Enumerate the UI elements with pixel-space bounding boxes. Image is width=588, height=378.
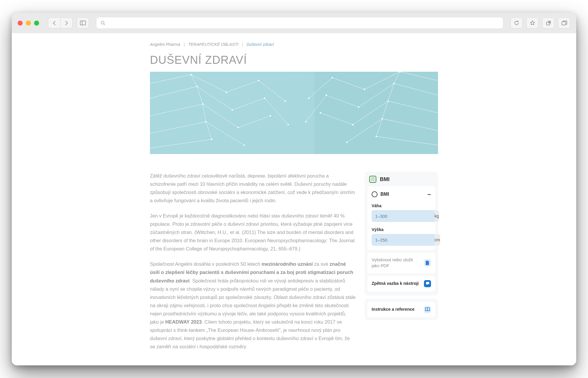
svg-point-65 [352,124,354,126]
svg-point-44 [191,74,192,76]
height-field-row: cm [372,234,431,246]
feedback-action[interactable]: Zpětná vazba k nástroji [368,276,435,291]
bookmark-button[interactable] [526,17,539,29]
breadcrumb-separator: | [184,42,185,47]
window-controls [18,21,39,26]
radio-icon [372,191,377,197]
svg-point-59 [393,83,395,84]
breadcrumb-item[interactable]: TERAPEUTICKÉ OBLASTI [188,42,238,47]
svg-point-69 [320,112,321,114]
svg-rect-5 [562,22,566,25]
share-icon [546,21,551,26]
svg-point-48 [211,139,213,140]
page-title: DUŠEVNÍ ZDRAVÍ [150,54,438,66]
page-viewport[interactable]: Angelini Pharma | TERAPEUTICKÉ OBLASTI |… [12,33,576,365]
feedback-label: Zpětná vazba k nástroji [372,280,421,286]
svg-point-54 [264,98,265,99]
svg-line-3 [104,24,105,25]
sidebar: BMI BMI – Váha [365,172,438,358]
tabs-icon [562,21,567,25]
article-paragraph: Společnost Angelini dosáhla v posledních… [150,260,356,351]
maximize-window-button[interactable] [34,21,39,26]
svg-point-64 [358,106,360,108]
book-icon [424,306,431,313]
svg-point-61 [382,118,383,120]
svg-point-68 [326,95,327,96]
instructions-label: Instrukce a reference [372,306,421,312]
article-paragraph: Jen v Evropě je každoročně diagnostiková… [150,212,356,253]
svg-rect-0 [80,21,86,25]
breadcrumb-separator: | [242,42,243,47]
svg-point-66 [346,142,348,143]
card-title: BMI [380,176,390,183]
breadcrumb-current: Duševní zdraví [246,42,274,47]
browser-window: Angelini Pharma | TERAPEUTICKÉ OBLASTI |… [12,13,576,365]
page-content: Angelini Pharma | TERAPEUTICKÉ OBLASTI |… [150,33,438,358]
weight-field-row: kg [372,210,431,222]
document-icon [424,259,431,266]
svg-point-57 [288,124,289,126]
svg-point-67 [332,77,333,78]
svg-point-56 [285,101,286,102]
svg-point-46 [202,103,204,105]
calculator-icon [369,176,376,183]
bmi-section: BMI – Váha kg Výška [368,186,435,250]
back-button[interactable] [48,17,60,29]
browser-toolbar [12,13,576,33]
hero-image [150,72,438,154]
weight-label: Váha [372,203,431,208]
bmi-section-label: BMI [380,192,389,197]
collapse-icon[interactable]: – [427,190,431,198]
svg-rect-7 [315,72,438,154]
svg-point-45 [196,86,198,87]
print-pdf-action[interactable]: Vytisknout nebo uložit jako PDF [368,253,435,273]
svg-rect-75 [371,180,372,181]
svg-point-52 [243,145,245,146]
print-pdf-label: Vytisknout nebo uložit jako PDF [372,257,421,269]
article-body: Zátěž duševního zdraví celosvětově narůs… [150,172,356,358]
svg-point-70 [308,98,310,99]
breadcrumb: Angelini Pharma | TERAPEUTICKÉ OBLASTI |… [150,42,438,47]
minimize-window-button[interactable] [26,21,31,26]
article-paragraph: Zátěž duševního zdraví celosvětově narůs… [150,172,356,205]
network-illustration [150,72,438,154]
instructions-card: Instrukce a reference [365,299,438,320]
nav-buttons [48,17,73,29]
chevron-left-icon [52,21,56,26]
svg-rect-74 [373,179,375,180]
reload-button[interactable] [510,17,523,29]
svg-point-51 [238,127,239,128]
forward-button[interactable] [60,17,73,29]
search-icon [101,21,105,25]
bmi-calculator-card: BMI BMI – Váha [365,172,438,295]
close-window-button[interactable] [18,21,23,26]
bmi-section-header[interactable]: BMI – [372,190,431,198]
height-label: Výška [372,227,431,232]
svg-point-53 [258,80,260,81]
star-icon [530,20,535,26]
svg-point-47 [205,121,207,123]
svg-point-50 [232,109,233,111]
chevron-right-icon [65,21,69,26]
weight-input[interactable] [372,210,435,222]
sidebar-toggle-button[interactable] [77,17,89,29]
svg-point-55 [270,115,271,117]
svg-point-63 [364,89,365,90]
svg-rect-72 [371,178,375,178]
reload-icon [514,20,519,26]
card-header: BMI [365,176,438,183]
sidebar-icon [80,21,86,25]
address-bar[interactable] [96,17,503,29]
svg-rect-73 [371,179,372,180]
breadcrumb-item[interactable]: Angelini Pharma [150,42,180,47]
instructions-action[interactable]: Instrukce a reference [368,302,435,317]
height-input[interactable] [372,234,435,246]
share-button[interactable] [542,17,554,29]
main-row: Zátěž duševního zdraví celosvětově narůs… [150,172,438,358]
chat-icon [424,280,431,287]
height-unit: cm [435,234,440,246]
svg-rect-76 [373,180,375,181]
weight-unit: kg [435,210,439,222]
tabs-button[interactable] [558,17,570,29]
svg-point-71 [305,121,307,123]
